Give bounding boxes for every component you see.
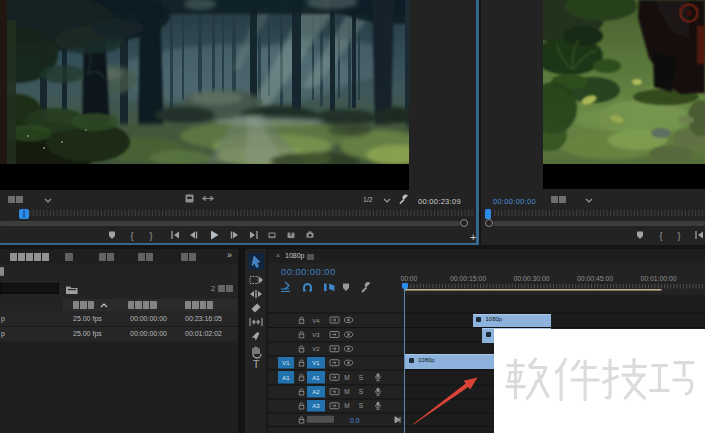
svg-text:{: {	[659, 231, 662, 241]
svg-text:0.0: 0.0	[350, 417, 360, 424]
svg-text:T: T	[253, 358, 260, 370]
svg-text:S: S	[359, 374, 364, 381]
svg-text:V4: V4	[312, 318, 320, 324]
svg-text:00:01:00:00: 00:01:00:00	[641, 275, 677, 282]
svg-text:V1: V1	[282, 360, 290, 366]
svg-text:V3: V3	[312, 332, 320, 338]
svg-text:V1: V1	[312, 360, 320, 366]
svg-text:V2: V2	[312, 346, 320, 352]
svg-text::00:00: :00:00	[400, 275, 418, 282]
svg-text:M: M	[344, 388, 349, 395]
svg-text:S: S	[359, 402, 364, 409]
svg-text:}: }	[677, 231, 680, 241]
svg-text:M: M	[344, 374, 349, 381]
svg-text:A3: A3	[312, 403, 320, 409]
svg-text:00:00:30:00: 00:00:30:00	[514, 275, 550, 282]
svg-text:00:00:45:00: 00:00:45:00	[577, 275, 613, 282]
svg-text:}: }	[149, 231, 152, 241]
svg-text:A2: A2	[312, 389, 320, 395]
svg-text:S: S	[359, 388, 364, 395]
svg-text:A1: A1	[282, 375, 290, 381]
svg-text:00:00:15:00: 00:00:15:00	[450, 275, 486, 282]
svg-text:M: M	[344, 402, 349, 409]
svg-text:A1: A1	[312, 375, 320, 381]
svg-text:{: {	[130, 231, 133, 241]
